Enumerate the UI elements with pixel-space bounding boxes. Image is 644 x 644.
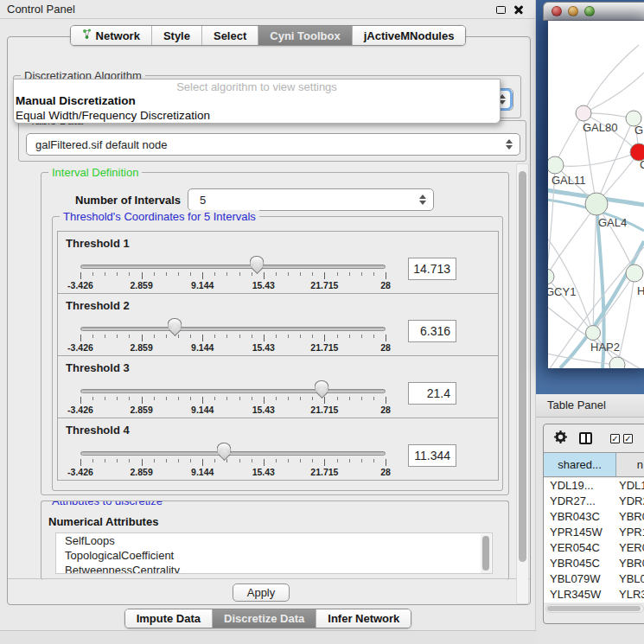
network-view-canvas[interactable]: GAL80GCGAL11GAL4GCY1HHAP2	[548, 21, 644, 368]
table-toolbar: ✓ ✓	[544, 424, 644, 452]
threshold-2-slider-thumb[interactable]	[168, 318, 182, 328]
network-node-hap2[interactable]	[586, 326, 601, 341]
interval-definition-group: Interval Definition Number of Intervals …	[41, 172, 509, 495]
table-cell[interactable]: YPR145W	[544, 525, 616, 540]
tab-select[interactable]: Select	[201, 26, 258, 45]
tab-label: jActiveMNodules	[364, 29, 455, 42]
table-row[interactable]: YLR345WYLR3	[544, 587, 644, 603]
network-window-titlebar[interactable]	[543, 2, 644, 21]
close-icon[interactable]	[513, 4, 524, 15]
threshold-1-slider-track[interactable]	[80, 265, 386, 269]
threshold-3-value-input[interactable]: 21.4	[408, 382, 456, 405]
column-header-name[interactable]: n	[616, 453, 644, 476]
tab-jactivemnodules[interactable]: jActiveMNodules	[352, 26, 466, 45]
table-row[interactable]: YBR043CYBR0	[544, 509, 644, 525]
slider-tick-label: 21.715	[310, 467, 338, 477]
slider-ticks	[80, 459, 386, 467]
threshold-4-slider-thumb[interactable]	[216, 443, 231, 453]
table-cell[interactable]: YDL1	[616, 478, 644, 494]
table-row[interactable]: YDR27...YDR2	[544, 494, 644, 509]
slider-tick-label: 9.144	[191, 342, 214, 353]
threshold-3-slider-thumb[interactable]	[314, 380, 328, 391]
table-cell[interactable]: YDR27...	[544, 494, 616, 509]
table-cell[interactable]: YER0	[616, 540, 644, 556]
threshold-4-value-input[interactable]: 11.344	[408, 444, 456, 467]
control-panel-titlebar: Control Panel	[0, 0, 535, 19]
network-node-gal80[interactable]	[576, 105, 591, 121]
numerical-attributes-list[interactable]: SelfLoopsTopologicalCoefficientBetweenne…	[55, 532, 493, 574]
table-cell[interactable]: YBR0	[616, 509, 644, 525]
tab-style[interactable]: Style	[151, 26, 201, 45]
top-tab-bar: NetworkStyleSelectCyni ToolboxjActiveMNo…	[70, 25, 467, 46]
attribute-item-selfloops[interactable]: SelfLoops	[56, 533, 492, 548]
minimize-window-icon[interactable]	[568, 6, 578, 16]
threshold-2-slider-track[interactable]	[80, 327, 386, 331]
tab-impute-data[interactable]: Impute Data	[125, 609, 212, 628]
table-cell[interactable]: YDL19...	[544, 478, 616, 494]
dropdown-option-equal-width-frequency[interactable]: Equal Width/Frequency Discretization	[14, 108, 500, 123]
attributes-list-scrollbar[interactable]	[481, 534, 491, 574]
table-row[interactable]: YPR145WYPR1	[544, 525, 644, 540]
network-node-gcy1[interactable]	[548, 269, 554, 284]
slider-tick-label: 28	[380, 405, 391, 415]
tab-discretize-data[interactable]: Discretize Data	[212, 609, 316, 628]
dropdown-option-manual-discretization[interactable]: Manual Discretization	[14, 93, 500, 108]
table-cell[interactable]: YPR1	[616, 525, 644, 540]
gear-icon[interactable]	[553, 430, 568, 448]
threshold-1-slider-thumb[interactable]	[249, 256, 264, 266]
tab-cyni-toolbox[interactable]: Cyni Toolbox	[258, 26, 351, 45]
slider-tick-label: 28	[380, 280, 391, 290]
float-panel-icon[interactable]	[496, 6, 506, 14]
threshold-2-value-input[interactable]: 6.316	[408, 320, 456, 342]
tab-infer-network[interactable]: Infer Network	[316, 609, 411, 628]
table-cell[interactable]: YBR045C	[544, 556, 616, 571]
table-data-select-stepper[interactable]	[501, 136, 517, 153]
table-cell[interactable]: YLR3	[616, 587, 644, 603]
close-window-icon[interactable]	[552, 6, 562, 16]
table-row[interactable]: YBR045CYBR0	[544, 556, 644, 571]
network-node-label: GAL11	[552, 174, 586, 187]
tab-network[interactable]: Network	[71, 26, 151, 45]
column-header-shared-name[interactable]: shared...	[544, 453, 616, 476]
table-row[interactable]: YER054CYER0	[544, 540, 644, 556]
table-data-select[interactable]: galFiltered.sif default node	[26, 133, 520, 156]
table-cell[interactable]: YBR0	[616, 556, 644, 571]
network-node-gal11[interactable]	[548, 156, 564, 174]
number-of-intervals-spinner[interactable]: 5	[188, 188, 434, 211]
table-cell[interactable]: YER054C	[544, 540, 616, 556]
checkbox-icon[interactable]: ✓	[623, 434, 633, 443]
table-row[interactable]: YDL19...YDL1	[544, 478, 644, 494]
network-node-label: GAL80	[583, 121, 617, 134]
network-node[interactable]	[609, 357, 625, 368]
network-node-label: C	[640, 158, 644, 171]
tab-label: Impute Data	[137, 612, 201, 625]
attribute-item-betweennesscentrality[interactable]: BetweennessCentrality	[56, 563, 492, 574]
network-node-gal4[interactable]	[585, 193, 608, 215]
table-cell[interactable]: YDR2	[616, 494, 644, 509]
table-horizontal-scrollbar[interactable]	[545, 604, 644, 613]
panel-vertical-scrollbar[interactable]	[516, 163, 529, 604]
threshold-3-card: Threshold 3-3.4262.8599.14415.4321.71528…	[57, 355, 499, 418]
network-node-label: H	[637, 284, 644, 297]
number-of-intervals-stepper[interactable]	[415, 191, 430, 208]
table-cell[interactable]: YBL0	[616, 571, 644, 587]
apply-button[interactable]: Apply	[233, 583, 290, 602]
table-row[interactable]: YBL079WYBL0	[544, 571, 644, 587]
split-columns-icon[interactable]	[579, 432, 592, 444]
slider-tick-label: -3.426	[67, 405, 93, 415]
table-cell[interactable]: YBR043C	[544, 509, 616, 525]
bottom-tab-bar: Impute DataDiscretize DataInfer Network	[124, 609, 412, 628]
threshold-4-slider-track[interactable]	[80, 451, 386, 456]
zoom-window-icon[interactable]	[584, 6, 595, 16]
slider-ticks	[80, 397, 386, 405]
attribute-item-topologicalcoefficient[interactable]: TopologicalCoefficient	[56, 548, 492, 563]
dropdown-placeholder-option[interactable]: Select algorithm to view settings	[14, 80, 500, 93]
checkbox-icon[interactable]: ✓	[610, 434, 620, 443]
group-title: Interval Definition	[48, 166, 142, 179]
threshold-1-value-input[interactable]: 14.713	[408, 258, 456, 280]
network-node-h[interactable]	[626, 265, 643, 282]
table-cell[interactable]: YBL079W	[544, 571, 616, 587]
threshold-3-slider-track[interactable]	[80, 389, 386, 393]
table-rows: YDL19...YDL1YDR27...YDR2YBR043CYBR0YPR14…	[544, 478, 644, 603]
table-cell[interactable]: YLR345W	[544, 587, 616, 603]
